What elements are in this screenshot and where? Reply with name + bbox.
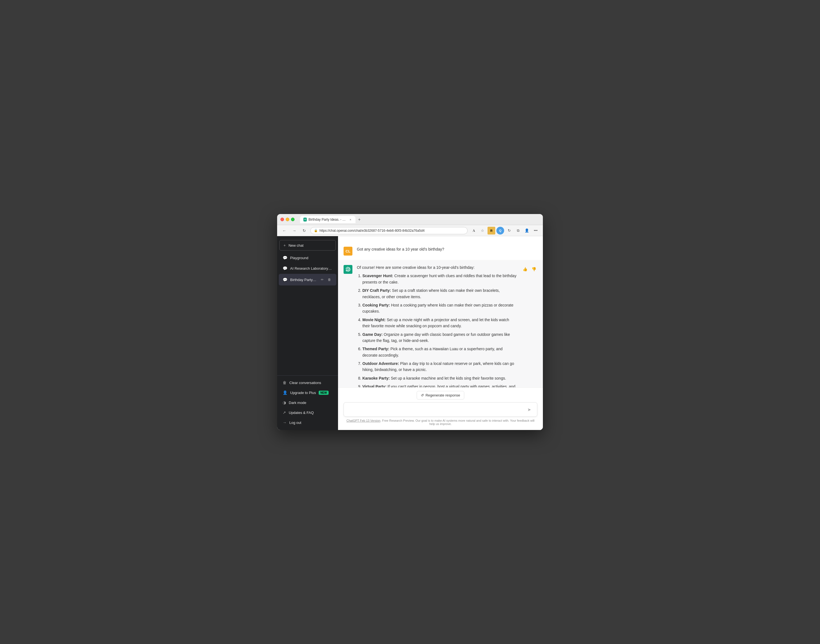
sidebar-bottom: 🗑 Clear conversations 👤 Upgrade to Plus … xyxy=(277,376,338,428)
edit-chat-button[interactable]: ✏ xyxy=(319,277,325,283)
list-item: Movie Night: Set up a movie night with a… xyxy=(362,317,517,329)
chat-messages: CL Got any creative ideas for a 10 year … xyxy=(338,236,543,387)
list-item: Karaoke Party: Set up a karaoke machine … xyxy=(362,375,517,381)
traffic-lights xyxy=(280,218,294,221)
sidebar-item-birthday[interactable]: 💬 Birthday Party Ideas. ✏ 🗑 xyxy=(279,274,336,285)
sidebar: + New chat 💬 Playground 💬 AI Research La… xyxy=(277,236,338,430)
sidebar-item-actions: ✏ 🗑 xyxy=(319,277,333,283)
sidebar-item-ai-research[interactable]: 💬 AI Research Laboratory Foun xyxy=(279,263,336,273)
extension-r-icon[interactable]: R xyxy=(487,227,495,235)
chat-icon-3: 💬 xyxy=(283,278,287,282)
delete-chat-button[interactable]: 🗑 xyxy=(326,277,333,283)
back-button[interactable]: ← xyxy=(280,227,288,235)
regenerate-bar: ↺ Regenerate response xyxy=(343,391,537,400)
split-view-icon[interactable]: ⧉ xyxy=(514,227,522,235)
logout-label: Log out xyxy=(289,420,301,425)
chat-footer: ChatGPT Feb 13 Version. Free Research Pr… xyxy=(343,419,537,426)
ai-avatar xyxy=(343,265,353,274)
forward-button[interactable]: → xyxy=(290,227,298,235)
user-message-row: CL Got any creative ideas for a 10 year … xyxy=(338,242,543,260)
dark-mode-button[interactable]: ◑ Dark mode xyxy=(279,398,336,407)
reload-icon[interactable]: ↻ xyxy=(505,227,513,235)
lock-icon: 🔒 xyxy=(314,229,318,232)
ai-intro-text: Of course! Here are some creative ideas … xyxy=(357,264,517,270)
refresh-button[interactable]: ↻ xyxy=(300,227,308,235)
sidebar-item-playground-label: Playground xyxy=(290,256,333,260)
browser-window: G Birthday Party Ideas. - https:// × + ←… xyxy=(277,214,543,430)
navbar: ← → ↻ 🔒 https://chat.openai.com/chat/e3b… xyxy=(277,225,543,236)
new-chat-label: New chat xyxy=(288,243,332,247)
list-item: Game Day: Organize a game day with class… xyxy=(362,331,517,344)
clear-conversations-button[interactable]: 🗑 Clear conversations xyxy=(279,378,336,387)
tab-close-button[interactable]: × xyxy=(349,218,352,221)
user-avatar: CL xyxy=(343,247,353,256)
thumbs-down-button[interactable]: 👎 xyxy=(530,265,537,273)
moon-icon: ◑ xyxy=(283,400,286,405)
new-tab-button[interactable]: + xyxy=(356,216,363,224)
titlebar: G Birthday Party Ideas. - https:// × + xyxy=(277,214,543,225)
external-link-icon: ↗ xyxy=(283,410,286,415)
profile-icon[interactable]: 👤 xyxy=(523,227,531,235)
minimize-button[interactable] xyxy=(286,218,289,221)
url-text: https://chat.openai.com/chat/e3b32687-57… xyxy=(319,229,425,233)
ideas-list: Scavenger Hunt: Create a scavenger hunt … xyxy=(357,273,517,387)
message-actions: 👍 👎 xyxy=(521,265,537,273)
sidebar-item-playground[interactable]: 💬 Playground xyxy=(279,253,336,263)
ai-message-content: Of course! Here are some creative ideas … xyxy=(357,264,517,387)
active-tab[interactable]: G Birthday Party Ideas. - https:// × xyxy=(300,216,356,223)
chat-input-field[interactable] xyxy=(348,406,525,413)
extension-q-icon[interactable]: Q xyxy=(497,227,504,235)
bookmark-icon[interactable]: ☆ xyxy=(479,227,486,235)
list-item: Virtual Party: If you can't gather in pe… xyxy=(362,383,517,387)
list-item: Themed Party: Pick a theme, such as a Ha… xyxy=(362,346,517,358)
sidebar-item-birthday-label: Birthday Party Ideas. xyxy=(290,278,316,282)
tab-title: Birthday Party Ideas. - https:// xyxy=(308,218,347,221)
list-item: Outdoor Adventure: Plan a day trip to a … xyxy=(362,360,517,373)
updates-faq-label: Updates & FAQ xyxy=(289,411,314,415)
list-item: Scavenger Hunt: Create a scavenger hunt … xyxy=(362,273,517,285)
thumbs-up-button[interactable]: 👍 xyxy=(521,265,529,273)
clear-conversations-label: Clear conversations xyxy=(289,381,321,385)
dark-mode-label: Dark mode xyxy=(289,401,307,405)
new-chat-button[interactable]: + New chat xyxy=(279,240,336,251)
list-item: DIY Craft Party: Set up a craft station … xyxy=(362,287,517,300)
chat-icon-2: 💬 xyxy=(283,266,287,270)
tab-bar: G Birthday Party Ideas. - https:// × + xyxy=(300,216,540,224)
reader-icon[interactable]: 𝐀 xyxy=(470,227,478,235)
list-item: Cooking Party: Host a cooking party wher… xyxy=(362,302,517,314)
regenerate-button[interactable]: ↺ Regenerate response xyxy=(417,391,464,400)
app-content: + New chat 💬 Playground 💬 AI Research La… xyxy=(277,236,543,430)
sidebar-top: + New chat 💬 Playground 💬 AI Research La… xyxy=(277,238,338,376)
close-button[interactable] xyxy=(280,218,284,221)
send-button[interactable]: ➤ xyxy=(525,405,533,414)
address-bar[interactable]: 🔒 https://chat.openai.com/chat/e3b32687-… xyxy=(310,227,467,234)
updates-faq-button[interactable]: ↗ Updates & FAQ xyxy=(279,408,336,417)
upgrade-plus-button[interactable]: 👤 Upgrade to Plus NEW xyxy=(279,388,336,397)
chat-input-box: ➤ xyxy=(343,402,537,417)
plus-icon: + xyxy=(284,243,286,247)
logout-button[interactable]: → Log out xyxy=(279,418,336,427)
fullscreen-button[interactable] xyxy=(291,218,294,221)
tab-favicon: G xyxy=(303,218,307,221)
browser-actions: 𝐀 ☆ R Q ↻ ⧉ 👤 ••• xyxy=(470,227,540,235)
chat-input-area: ↺ Regenerate response ➤ ChatGPT Feb 13 V… xyxy=(338,387,543,430)
trash-icon: 🗑 xyxy=(283,380,287,385)
new-badge: NEW xyxy=(319,391,328,395)
user-message-text: Got any creative ideas for a 10 year old… xyxy=(357,246,537,252)
upgrade-plus-label: Upgrade to Plus xyxy=(290,391,316,395)
footer-text: . Free Research Preview. Our goal is to … xyxy=(380,419,534,426)
more-icon[interactable]: ••• xyxy=(532,227,540,235)
logout-icon: → xyxy=(283,420,287,425)
person-icon: 👤 xyxy=(283,390,287,395)
ai-message-row: Of course! Here are some creative ideas … xyxy=(338,260,543,387)
sidebar-item-ai-research-label: AI Research Laboratory Foun xyxy=(290,266,333,270)
version-link[interactable]: ChatGPT Feb 13 Version xyxy=(346,419,380,422)
regenerate-label: Regenerate response xyxy=(426,393,460,397)
chat-icon: 💬 xyxy=(283,256,287,260)
user-message-content: Got any creative ideas for a 10 year old… xyxy=(357,246,537,255)
chat-area: CL Got any creative ideas for a 10 year … xyxy=(338,236,543,430)
regenerate-icon: ↺ xyxy=(421,393,424,397)
